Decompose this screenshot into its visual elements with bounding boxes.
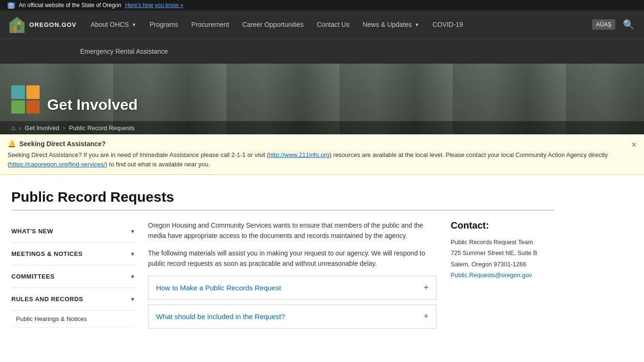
- hero-logo-cell-2: [26, 85, 40, 99]
- hero-logo: [11, 85, 40, 114]
- nav-right: AÜAŞ 🔍: [585, 17, 636, 32]
- alert-close-button[interactable]: ×: [631, 140, 636, 150]
- chevron-down-icon-rules: ▾: [131, 296, 134, 303]
- chevron-down-icon-2: ▼: [414, 22, 419, 27]
- alert-link-211[interactable]: http://www.211info.org: [269, 151, 330, 158]
- nav-bottom-row: Emergency Rental Assistance: [0, 39, 644, 64]
- breadcrumb: ⌂ › Get Involved › Public Record Request…: [11, 124, 633, 132]
- nav-emergency[interactable]: Emergency Rental Assistance: [74, 39, 644, 64]
- breadcrumb-bar: ⌂ › Get Involved › Public Record Request…: [0, 121, 644, 134]
- nav-careers[interactable]: Career Opportunities: [236, 12, 310, 37]
- nav-news[interactable]: News & Updates ▼: [356, 12, 426, 37]
- search-button[interactable]: 🔍: [621, 17, 636, 32]
- sidebar-item-rules-header[interactable]: RULES AND RECORDS ▾: [11, 288, 134, 310]
- alert-heading: Seeking Direct Assistance?: [19, 140, 106, 148]
- contact-title: Contact:: [451, 220, 554, 231]
- how-to-know-link[interactable]: Here's how you know »: [125, 2, 183, 8]
- oregon-flag: 🏛️: [8, 2, 15, 8]
- accordion-item-2: What should be included in the Request? …: [148, 304, 437, 329]
- accordion-header-1[interactable]: How to Make a Public Records Request +: [149, 276, 436, 299]
- contact-address2: Salem, Oregon 97301-1266: [451, 259, 554, 270]
- nav-covid[interactable]: COVID-19: [426, 12, 470, 37]
- breadcrumb-sep-2: ›: [63, 124, 65, 132]
- hero-logo-cell-4: [26, 100, 40, 114]
- accordion-header-2[interactable]: What should be included in the Request? …: [149, 305, 436, 328]
- logo-icon: [8, 15, 26, 34]
- sidebar-item-meetings-header[interactable]: MEETINGS & NOTICES ▾: [11, 243, 134, 265]
- contact-info: Public Records Request Team 725 Summer S…: [451, 237, 554, 281]
- search-icon: 🔍: [623, 19, 635, 30]
- accordion-title-2: What should be included in the Request?: [156, 313, 285, 321]
- nav-procurement[interactable]: Procurement: [185, 12, 236, 37]
- nav-contact[interactable]: Contact Us: [310, 12, 356, 37]
- main-content: Public Record Requests WHAT'S NEW ▾ MEET…: [0, 175, 566, 352]
- sidebar-item-whats-new-label: WHAT'S NEW: [11, 228, 53, 235]
- svg-rect-4: [14, 22, 17, 25]
- alert-link-caporegon[interactable]: https://caporegon.org/find-services/: [9, 161, 105, 168]
- breadcrumb-get-involved[interactable]: Get Involved: [25, 124, 59, 132]
- sidebar-item-committees-label: COMMITTEES: [11, 273, 55, 280]
- contact-address1: 725 Summer Street NE, Suite B: [451, 247, 554, 258]
- contact-box: Contact: Public Records Request Team 725…: [451, 220, 554, 333]
- sidebar-item-rules: RULES AND RECORDS ▾: [11, 288, 134, 311]
- sidebar: WHAT'S NEW ▾ MEETINGS & NOTICES ▾ COMMIT…: [11, 220, 134, 333]
- alert-banner: 🔔 Seeking Direct Assistance? Seeking Dir…: [0, 134, 644, 175]
- alert-text: Seeking Direct Assistance? If you are in…: [8, 150, 633, 169]
- sidebar-item-whats-new: WHAT'S NEW ▾: [11, 220, 134, 243]
- sidebar-sub-item-hearings[interactable]: Public Hearings & Notices: [11, 311, 134, 328]
- logo-text: OREGON.GOV: [29, 21, 76, 28]
- chevron-down-icon: ▼: [132, 22, 136, 27]
- official-text: An official website of the State of Oreg…: [19, 2, 121, 8]
- sidebar-item-whats-new-header[interactable]: WHAT'S NEW ▾: [11, 220, 134, 242]
- accordion-plus-icon-1: +: [423, 283, 429, 293]
- nav-programs[interactable]: Programs: [143, 12, 185, 37]
- contact-email-link[interactable]: Public.Requests@oregon.gov: [451, 272, 532, 279]
- hero-logo-cell-3: [11, 100, 25, 114]
- accordion-plus-icon-2: +: [423, 312, 429, 321]
- top-bar: 🏛️ An official website of the State of O…: [0, 0, 644, 10]
- hero-title: Get Involved: [47, 96, 138, 114]
- bell-icon: 🔔: [8, 140, 16, 148]
- accordion-title-1: How to Make a Public Records Request: [156, 284, 281, 292]
- content-layout: WHAT'S NEW ▾ MEETINGS & NOTICES ▾ COMMIT…: [11, 220, 554, 333]
- sidebar-item-committees: COMMITTEES ▾: [11, 265, 134, 288]
- hero-content: Get Involved: [0, 85, 644, 121]
- nav-about[interactable]: About OHCS ▼: [84, 12, 143, 37]
- page-title: Public Record Requests: [11, 189, 554, 211]
- accordion-item-1: How to Make a Public Records Request +: [148, 276, 437, 300]
- article-paragraph-2: The following materials will assist you …: [148, 248, 437, 269]
- sidebar-item-meetings: MEETINGS & NOTICES ▾: [11, 243, 134, 265]
- nav-links: About OHCS ▼ Programs Procurement Career…: [84, 12, 585, 37]
- site-logo[interactable]: OREGON.GOV: [8, 10, 84, 39]
- svg-rect-3: [17, 25, 20, 30]
- chevron-down-icon-meetings: ▾: [131, 251, 134, 257]
- chevron-down-icon-committees: ▾: [131, 273, 134, 280]
- main-nav: OREGON.GOV About OHCS ▼ Programs Procure…: [0, 10, 644, 64]
- home-icon[interactable]: ⌂: [11, 124, 15, 132]
- alert-title: 🔔 Seeking Direct Assistance?: [8, 140, 633, 148]
- article-paragraph-1: Oregon Housing and Community Services wa…: [148, 220, 437, 241]
- breadcrumb-current: Public Record Requests: [69, 124, 134, 132]
- sidebar-item-rules-label: RULES AND RECORDS: [11, 296, 83, 303]
- sidebar-item-meetings-label: MEETINGS & NOTICES: [11, 250, 83, 257]
- alert-text-before: Seeking Direct Assistance? If you are in…: [8, 151, 269, 158]
- alert-text-after: ) to find out what is available near you…: [105, 161, 210, 168]
- contact-team: Public Records Request Team: [451, 237, 554, 247]
- chevron-down-icon-whats-new: ▾: [131, 228, 134, 235]
- article: Oregon Housing and Community Services wa…: [148, 220, 437, 333]
- hero-section: Get Involved ⌂ › Get Involved › Public R…: [0, 64, 644, 134]
- sidebar-item-committees-header[interactable]: COMMITTEES ▾: [11, 265, 134, 288]
- hero-logo-cell-1: [11, 85, 25, 99]
- svg-rect-5: [17, 22, 20, 25]
- translate-button[interactable]: AÜAŞ: [592, 19, 615, 30]
- breadcrumb-sep-1: ›: [19, 124, 21, 132]
- svg-rect-2: [14, 25, 17, 33]
